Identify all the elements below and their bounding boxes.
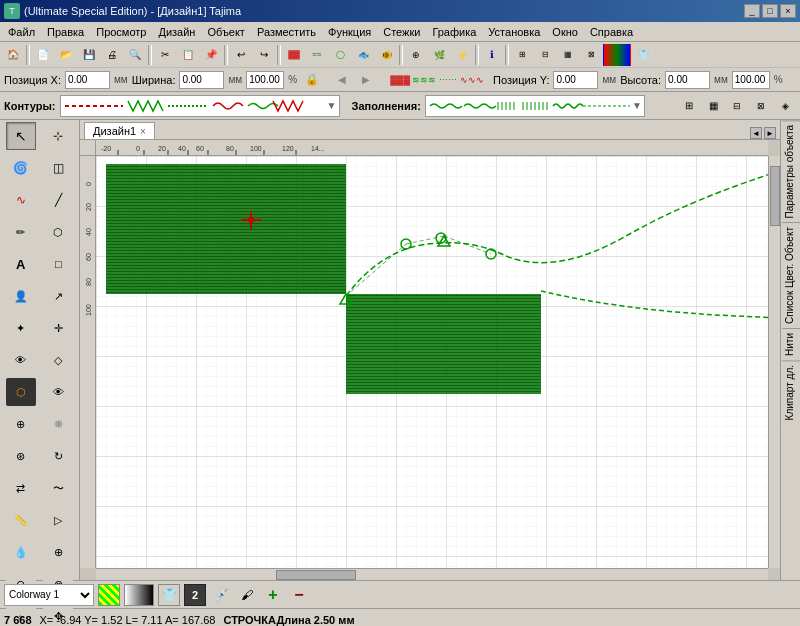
height-input[interactable]: [665, 71, 710, 89]
menu-edit[interactable]: Правка: [41, 24, 90, 40]
hand-tool[interactable]: 👁: [43, 378, 73, 406]
wave-tool[interactable]: 〜: [43, 474, 73, 502]
right-tab-properties[interactable]: Параметры объекта: [782, 120, 800, 222]
polygon-tool[interactable]: ⬡: [43, 218, 73, 246]
shape-tool[interactable]: ◫: [43, 154, 73, 182]
view-btn5[interactable]: 👕: [632, 44, 654, 66]
stitch-tool1[interactable]: ⊕: [6, 410, 36, 438]
color-palette-button[interactable]: [124, 584, 154, 606]
height-pct-input[interactable]: [732, 71, 770, 89]
node-tool[interactable]: ⊹: [43, 122, 73, 150]
open-button[interactable]: 📂: [55, 44, 77, 66]
pos-y-input[interactable]: [553, 71, 598, 89]
tab-close-button[interactable]: ×: [140, 126, 146, 137]
spiral-tool[interactable]: 🌀: [6, 154, 36, 182]
measure-tool[interactable]: 📏: [6, 506, 36, 534]
cross-tool[interactable]: ✛: [43, 314, 73, 342]
rect-tool[interactable]: □: [43, 250, 73, 278]
menu-window[interactable]: Окно: [546, 24, 584, 40]
emblem-tool[interactable]: 👤: [6, 282, 36, 310]
paste-button[interactable]: 📌: [200, 44, 222, 66]
design-tab[interactable]: Дизайн1 ×: [84, 122, 155, 139]
minimize-button[interactable]: _: [744, 4, 760, 18]
paint-button[interactable]: 🖌: [236, 584, 258, 606]
stitch-btn4[interactable]: 🐟: [352, 44, 374, 66]
arrow-tool[interactable]: ↗: [43, 282, 73, 310]
width-pct-input[interactable]: [246, 71, 284, 89]
fill-tool1[interactable]: ⊞: [678, 95, 700, 117]
pattern-btn4[interactable]: ∿∿∿: [461, 69, 483, 91]
view-btn3[interactable]: ▦: [557, 44, 579, 66]
undo-button[interactable]: ↩: [230, 44, 252, 66]
menu-object[interactable]: Объект: [201, 24, 250, 40]
tab-scroll-left[interactable]: ◄: [750, 127, 762, 139]
maximize-button[interactable]: □: [762, 4, 778, 18]
scrollbar-v-thumb[interactable]: [770, 166, 780, 226]
tool-btn3[interactable]: ⚡: [451, 44, 473, 66]
fill-tool2[interactable]: ▦: [702, 95, 724, 117]
preview-button[interactable]: 🔍: [124, 44, 146, 66]
tool-btn1[interactable]: ⊕: [405, 44, 427, 66]
arrow-right-button[interactable]: ▶: [355, 69, 377, 91]
fill-tool4[interactable]: ⊠: [750, 95, 772, 117]
scrollbar-vertical[interactable]: [768, 156, 780, 568]
redo-button[interactable]: ↪: [253, 44, 275, 66]
menu-settings[interactable]: Установка: [482, 24, 546, 40]
eye-tool[interactable]: 👁: [6, 346, 36, 374]
select-tool[interactable]: ↖: [6, 122, 36, 150]
diamond-tool[interactable]: ◇: [43, 346, 73, 374]
add-color-button[interactable]: +: [262, 584, 284, 606]
fill-arrow[interactable]: ▼: [632, 100, 642, 111]
tab-scroll-right[interactable]: ►: [764, 127, 776, 139]
colorway-select[interactable]: Colorway 1: [4, 584, 94, 606]
save-button[interactable]: 💾: [78, 44, 100, 66]
menu-place[interactable]: Разместить: [251, 24, 322, 40]
dropper-tool[interactable]: 💧: [6, 538, 36, 566]
new-button[interactable]: 📄: [32, 44, 54, 66]
fill-tool-left[interactable]: ✦: [6, 314, 36, 342]
view-btn2[interactable]: ⊟: [534, 44, 556, 66]
canvas-wrapper[interactable]: -20 0 20 40 60 80 100 120 14...: [80, 140, 780, 580]
triangle-tool[interactable]: ▷: [43, 506, 73, 534]
remove-color-button[interactable]: −: [288, 584, 310, 606]
thread-color-button[interactable]: 👕: [158, 584, 180, 606]
stitch-btn3[interactable]: ◯: [329, 44, 351, 66]
menu-stitches[interactable]: Стежки: [377, 24, 426, 40]
fill-tool3[interactable]: ⊟: [726, 95, 748, 117]
fill-tool5[interactable]: ◈: [774, 95, 796, 117]
stitch-btn5[interactable]: 🐠: [375, 44, 397, 66]
view-btn4[interactable]: ⊠: [580, 44, 602, 66]
arrow-left-button[interactable]: ◀: [331, 69, 353, 91]
menu-design[interactable]: Дизайн: [152, 24, 201, 40]
curve-tool[interactable]: ∿: [6, 186, 36, 214]
color-grid-button[interactable]: [98, 584, 120, 606]
print-button[interactable]: 🖨: [101, 44, 123, 66]
flip-tool[interactable]: ⇄: [6, 474, 36, 502]
home-button[interactable]: 🏠: [2, 44, 24, 66]
pen-tool[interactable]: ✏: [6, 218, 36, 246]
view-btn1[interactable]: ⊞: [511, 44, 533, 66]
plus-tool[interactable]: ⊕: [43, 538, 73, 566]
text-tool[interactable]: A: [6, 250, 36, 278]
menu-file[interactable]: Файл: [2, 24, 41, 40]
scrollbar-h-thumb[interactable]: [276, 570, 356, 580]
line-tool[interactable]: ╱: [43, 186, 73, 214]
stitch-btn2[interactable]: ≈≈: [306, 44, 328, 66]
cut-button[interactable]: ✂: [154, 44, 176, 66]
width-input[interactable]: [179, 71, 224, 89]
pos-x-input[interactable]: [65, 71, 110, 89]
stitch-btn1[interactable]: ▓▓: [283, 44, 305, 66]
contours-arrow[interactable]: ▼: [327, 100, 337, 111]
pattern-btn1[interactable]: ▓▓▓: [389, 69, 411, 91]
fill-preview[interactable]: ▼: [425, 95, 645, 117]
lock-aspect-button[interactable]: 🔒: [301, 69, 323, 91]
menu-help[interactable]: Справка: [584, 24, 639, 40]
pattern-btn2[interactable]: ≋≋≋: [413, 69, 435, 91]
color-swatch-btn[interactable]: [603, 44, 631, 66]
right-tab-threads[interactable]: Нити: [782, 328, 800, 360]
canvas-drawing[interactable]: [96, 156, 768, 568]
close-button[interactable]: ×: [780, 4, 796, 18]
tool-btn2[interactable]: 🌿: [428, 44, 450, 66]
window-controls[interactable]: _ □ ×: [744, 4, 796, 18]
info-btn[interactable]: ℹ: [481, 44, 503, 66]
